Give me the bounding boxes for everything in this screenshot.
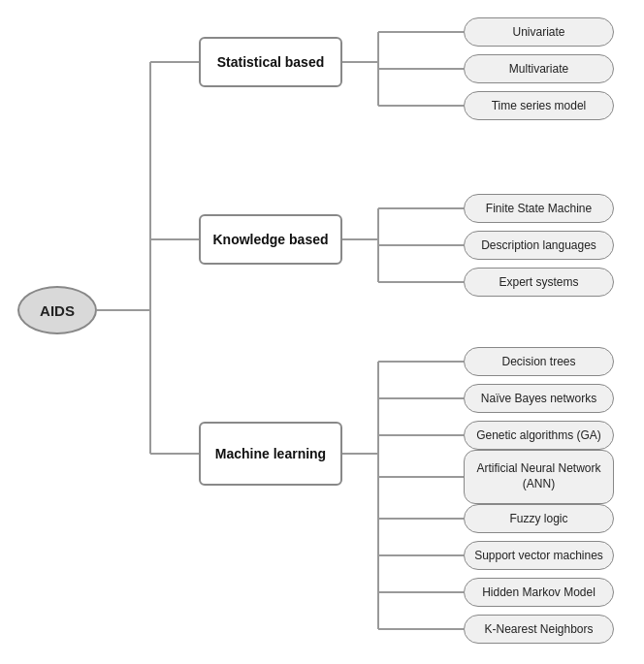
leaf-univariate: Univariate	[464, 17, 614, 47]
leaf-svm-label: Support vector machines	[474, 549, 603, 562]
leaf-fuzzy-label: Fuzzy logic	[509, 512, 567, 525]
leaf-multivariate-label: Multivariate	[509, 62, 568, 76]
cat-knowledge-label: Knowledge based	[212, 232, 328, 247]
leaf-desc-lang-label: Description languages	[481, 238, 596, 252]
leaf-timeseries-label: Time series model	[492, 99, 587, 112]
leaf-ann-label: Artificial Neural Network (ANN)	[472, 461, 605, 491]
leaf-hmm-label: Hidden Markov Model	[482, 585, 596, 599]
leaf-naive-bayes: Naïve Bayes networks	[464, 384, 614, 413]
leaf-expert-sys: Expert systems	[464, 268, 614, 297]
leaf-multivariate: Multivariate	[464, 54, 614, 83]
leaf-knn: K-Nearest Neighbors	[464, 615, 614, 644]
leaf-naive-bayes-label: Naïve Bayes networks	[481, 392, 596, 405]
diagram: AIDS Statistical based Univariate Multiv…	[0, 0, 644, 664]
leaf-fsm: Finite State Machine	[464, 194, 614, 223]
leaf-genetic: Genetic algorithms (GA)	[464, 421, 614, 450]
cat-statistical-label: Statistical based	[217, 54, 325, 70]
leaf-knn-label: K-Nearest Neighbors	[484, 622, 593, 636]
leaf-svm: Support vector machines	[464, 541, 614, 570]
cat-machine-label: Machine learning	[215, 446, 326, 461]
root-node: AIDS	[17, 286, 97, 334]
leaf-timeseries: Time series model	[464, 91, 614, 120]
leaf-fuzzy: Fuzzy logic	[464, 504, 614, 533]
leaf-desc-lang: Description languages	[464, 231, 614, 260]
leaf-hmm: Hidden Markov Model	[464, 578, 614, 607]
category-statistical: Statistical based	[199, 37, 342, 87]
root-label: AIDS	[40, 302, 75, 319]
category-knowledge: Knowledge based	[199, 214, 342, 265]
leaf-decision-trees: Decision trees	[464, 347, 614, 376]
leaf-fsm-label: Finite State Machine	[486, 202, 592, 215]
category-machine: Machine learning	[199, 422, 342, 486]
leaf-genetic-label: Genetic algorithms (GA)	[476, 428, 601, 442]
leaf-univariate-label: Univariate	[512, 25, 564, 39]
leaf-decision-trees-label: Decision trees	[501, 355, 575, 368]
leaf-ann: Artificial Neural Network (ANN)	[464, 450, 614, 504]
leaf-expert-sys-label: Expert systems	[499, 275, 578, 289]
